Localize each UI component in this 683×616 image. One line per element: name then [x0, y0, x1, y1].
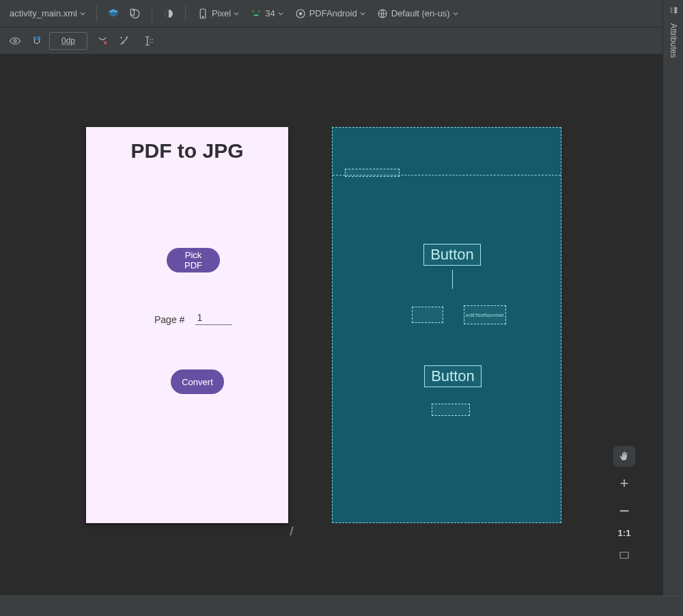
- svg-point-12: [14, 40, 16, 42]
- guideline-icon: [143, 35, 155, 47]
- pick-pdf-label: Pick PDF: [180, 250, 206, 270]
- magic-wand-icon: [118, 35, 130, 47]
- device-label: Pixel: [212, 8, 231, 18]
- blueprint-pick-label: Button: [430, 246, 474, 264]
- default-margin-value: 0dp: [61, 36, 75, 46]
- blueprint-page-label-outline: [412, 307, 443, 323]
- magnet-icon: [31, 35, 43, 47]
- blueprint-pick-button[interactable]: Button: [423, 244, 481, 266]
- zoom-out-button[interactable]: −: [613, 501, 635, 521]
- blueprint-convert-button[interactable]: Button: [424, 365, 482, 387]
- separator: [152, 5, 152, 22]
- page-number-label: Page #: [154, 314, 184, 325]
- svg-point-4: [254, 14, 255, 15]
- svg-rect-18: [620, 552, 628, 559]
- pick-pdf-button[interactable]: Pick PDF: [167, 248, 220, 272]
- layout-editor-toolbar: activity_main.xml Pixel 34: [0, 0, 683, 27]
- separator: [185, 5, 186, 22]
- status-bar: [0, 596, 683, 616]
- convert-button[interactable]: Convert: [171, 369, 224, 394]
- blueprint-convert-label: Button: [431, 367, 475, 385]
- blueprint-surface[interactable]: Button editTextNumber Button: [332, 127, 561, 523]
- rotate-icon: [129, 8, 141, 20]
- eye-icon: [9, 35, 21, 47]
- phone-icon: [197, 8, 209, 20]
- attributes-tab[interactable]: Attributes: [669, 20, 678, 61]
- blueprint-extra-outline: [432, 404, 470, 416]
- globe-icon: [376, 8, 389, 20]
- zoom-controls: + − 1:1: [613, 446, 635, 565]
- design-surface-toggle[interactable]: [104, 4, 123, 23]
- right-tool-rail: Attributes: [663, 0, 683, 596]
- theme-icon: [294, 8, 307, 20]
- file-tab[interactable]: activity_main.xml: [5, 5, 89, 21]
- clear-constraints-button[interactable]: [93, 31, 112, 51]
- default-margin-field[interactable]: 0dp: [49, 32, 87, 50]
- view-options-button[interactable]: [5, 31, 25, 51]
- hand-icon: [618, 450, 630, 462]
- page-number-row: Page #: [154, 311, 232, 325]
- resize-handle-icon[interactable]: //: [290, 524, 291, 539]
- svg-point-5: [257, 14, 259, 15]
- separator: [96, 5, 97, 22]
- toggle-autoconnect-button[interactable]: [27, 31, 46, 51]
- chevron-down-icon: [234, 11, 239, 16]
- page-number-input[interactable]: [195, 311, 232, 325]
- zoom-one-to-one-button[interactable]: 1:1: [618, 528, 631, 538]
- infer-constraints-button[interactable]: [115, 31, 134, 51]
- chevron-down-icon: [278, 11, 283, 16]
- theme-label: PDFAndroid: [309, 8, 357, 18]
- blueprint-title-outline: [345, 169, 400, 177]
- api-picker[interactable]: 34: [246, 5, 287, 23]
- svg-point-7: [298, 12, 302, 15]
- chevron-down-icon: [360, 11, 365, 16]
- fit-screen-icon: [618, 549, 630, 561]
- file-tab-label: activity_main.xml: [10, 8, 77, 18]
- night-mode-toggle[interactable]: [159, 4, 178, 23]
- pan-tool-button[interactable]: [613, 446, 635, 466]
- blueprint-constraint-link: [452, 270, 453, 289]
- guidelines-button[interactable]: [139, 31, 158, 51]
- design-preview-surface[interactable]: PDF to JPG Pick PDF Page # Convert: [86, 127, 288, 523]
- device-picker[interactable]: Pixel: [193, 5, 243, 23]
- design-canvas[interactable]: PDF to JPG Pick PDF Page # Convert // Bu…: [0, 55, 663, 596]
- android-icon: [250, 8, 262, 20]
- blueprint-page-input-hint: editTextNumber: [464, 305, 506, 324]
- api-label: 34: [265, 8, 275, 18]
- chevron-down-icon: [80, 11, 85, 16]
- locale-picker[interactable]: Default (en-us): [372, 5, 462, 23]
- chevron-down-icon: [453, 11, 458, 16]
- locale-label: Default (en-us): [391, 8, 450, 18]
- zoom-in-button[interactable]: +: [613, 473, 635, 494]
- app-title-text: PDF to JPG: [86, 127, 288, 163]
- design-tools-toolbar: 0dp ?: [0, 27, 683, 55]
- clear-constraints-icon: [96, 35, 109, 47]
- attributes-tab-label: Attributes: [669, 23, 678, 58]
- svg-point-3: [202, 16, 204, 17]
- contrast-icon: [163, 8, 175, 20]
- layers-icon: [107, 8, 120, 20]
- convert-label: Convert: [182, 377, 213, 387]
- theme-picker[interactable]: PDFAndroid: [290, 5, 370, 23]
- zoom-to-fit-button[interactable]: [613, 545, 635, 565]
- orientation-toggle[interactable]: [126, 4, 145, 23]
- attributes-icon[interactable]: [667, 4, 680, 16]
